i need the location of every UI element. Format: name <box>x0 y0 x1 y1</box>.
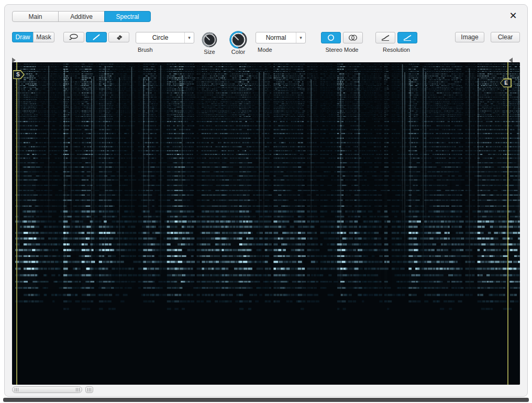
alchemy-spectral-window: Main Additive Spectral ✕ Draw Mask <box>4 4 528 397</box>
resolution-caption: Resolution <box>375 47 417 53</box>
scrollbar-end-cap[interactable] <box>85 386 93 393</box>
mode-dropdown[interactable]: Normal ▾ <box>256 32 306 43</box>
window-bottom-edge <box>3 398 529 402</box>
start-marker-line[interactable] <box>16 62 17 385</box>
brush-tool-button[interactable] <box>86 32 107 42</box>
brush-caption: Brush <box>138 47 153 53</box>
color-caption: Color <box>229 49 247 55</box>
end-marker-flag[interactable]: E <box>500 79 512 87</box>
brush-shape-value: Circle <box>136 32 184 43</box>
mask-mode-button[interactable]: Mask <box>33 32 54 42</box>
end-marker-line[interactable] <box>507 62 508 385</box>
image-button[interactable]: Image <box>455 32 484 42</box>
circle-icon <box>326 34 336 41</box>
dual-circles-icon <box>348 34 358 41</box>
resolution-buttons <box>375 32 417 43</box>
stereo-mono-button[interactable] <box>321 32 341 43</box>
mode-caption: Mode <box>258 47 272 53</box>
draw-mode-button[interactable]: Draw <box>12 32 34 42</box>
close-button[interactable]: ✕ <box>507 10 519 21</box>
brush-icon <box>91 33 102 41</box>
tab-additive[interactable]: Additive <box>58 11 105 22</box>
stereo-mode-buttons <box>321 32 363 43</box>
spectrogram-canvas[interactable] <box>12 62 520 385</box>
start-marker-flag[interactable]: S <box>13 70 25 79</box>
size-caption: Size <box>202 49 217 55</box>
chevron-down-icon: ▾ <box>184 32 194 43</box>
spectrogram-area[interactable]: S E <box>12 62 520 385</box>
eraser-icon <box>114 33 124 41</box>
stereo-dual-button[interactable] <box>343 32 363 43</box>
toolbar: Draw Mask <box>12 31 520 56</box>
scrollbar-right-grip[interactable] <box>76 388 80 391</box>
draw-mask-segment: Draw Mask <box>12 32 54 42</box>
lasso-tool-button[interactable] <box>63 32 84 42</box>
clear-button[interactable]: Clear <box>491 32 520 42</box>
chevron-down-icon: ▾ <box>296 32 305 43</box>
color-knob[interactable] <box>229 31 247 49</box>
tool-buttons <box>63 32 129 42</box>
stereo-caption: Stereo Mode <box>321 47 363 53</box>
scrollbar-left-grip[interactable] <box>15 388 18 391</box>
mode-value: Normal <box>256 32 296 43</box>
tab-bar: Main Additive Spectral <box>12 11 151 23</box>
scrollbar-track[interactable] <box>12 386 82 393</box>
resolution-low-button[interactable] <box>375 32 395 43</box>
size-knob[interactable] <box>202 32 217 48</box>
brush-shape-dropdown[interactable]: Circle ▾ <box>136 32 194 43</box>
line-graph-icon <box>380 34 391 41</box>
tab-main[interactable]: Main <box>12 11 59 22</box>
tab-spectral[interactable]: Spectral <box>104 11 151 22</box>
eraser-tool-button[interactable] <box>108 32 129 42</box>
scrollbar-cap-grip <box>87 388 91 391</box>
line-graph-icon <box>402 34 413 41</box>
resolution-high-button[interactable] <box>397 32 417 43</box>
end-flag-label: E <box>501 80 511 87</box>
lasso-icon <box>69 33 79 41</box>
